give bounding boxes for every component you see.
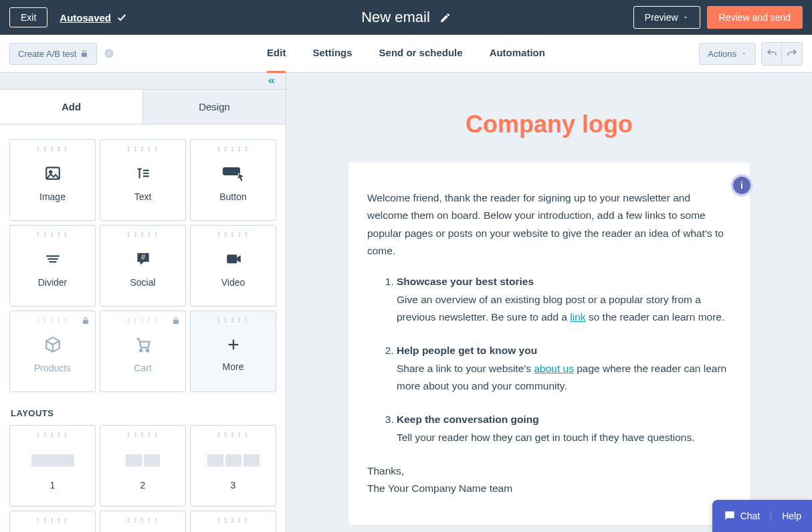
inline-link[interactable]: link <box>570 311 585 323</box>
closing-line-1[interactable]: Thanks, <box>367 462 731 480</box>
main-tabs: Edit Settings Send or schedule Automatio… <box>267 35 545 73</box>
list-item-title: Help people get to know you <box>397 342 731 359</box>
tab-send-schedule[interactable]: Send or schedule <box>379 35 463 73</box>
svg-rect-10 <box>227 255 237 264</box>
closing-line-2[interactable]: The Your Company Name team <box>367 480 731 497</box>
grip-icon <box>127 232 159 238</box>
video-icon <box>225 250 242 268</box>
undo-redo-group <box>761 42 803 66</box>
grip-icon <box>127 147 159 152</box>
actions-label: Actions <box>708 49 736 59</box>
module-card-divider[interactable]: Divider <box>9 225 96 306</box>
main-area: Add Design ImageTextButtonDivider#Social… <box>0 73 812 532</box>
divider-icon <box>44 250 62 268</box>
svg-text:i: i <box>108 50 110 57</box>
layout-label: 3 <box>231 480 236 491</box>
list-item-title: Showcase your best stories <box>397 273 731 290</box>
svg-rect-4 <box>223 167 240 175</box>
create-ab-test-button[interactable]: Create A/B test <box>9 43 97 65</box>
layout-card[interactable] <box>9 511 96 532</box>
info-bubble-icon[interactable]: i <box>731 175 752 196</box>
list-item-body: Give an overview of an existing blog pos… <box>397 291 731 327</box>
svg-point-12 <box>140 349 142 351</box>
secondary-nav: Create A/B test i Edit Settings Send or … <box>0 35 812 73</box>
layout-card-1[interactable]: 1 <box>9 425 96 507</box>
module-card-image[interactable]: Image <box>9 139 96 221</box>
chevron-down-icon <box>740 50 747 57</box>
list-item-title: Keep the conversation going <box>397 411 731 428</box>
sidebar-tab-design[interactable]: Design <box>143 90 286 124</box>
top-header: Exit Autosaved New email Preview Review … <box>0 0 812 35</box>
review-send-button[interactable]: Review and send <box>707 6 803 29</box>
preview-label: Preview <box>645 12 678 23</box>
tab-edit[interactable]: Edit <box>267 35 286 73</box>
pencil-icon[interactable] <box>439 12 451 23</box>
inline-link[interactable]: about us <box>534 363 573 374</box>
module-label: Cart <box>134 363 151 373</box>
company-logo-placeholder[interactable]: Company logo <box>348 110 750 139</box>
module-card-social[interactable]: #Social <box>100 225 186 306</box>
email-body: Welcome friend, thank the reader for sig… <box>367 189 731 498</box>
redo-button[interactable] <box>782 43 802 65</box>
lock-icon <box>82 317 90 325</box>
chevron-down-icon <box>682 14 689 21</box>
tab-automation[interactable]: Automation <box>490 35 545 73</box>
svg-marker-5 <box>237 173 244 181</box>
text-icon <box>134 165 152 182</box>
email-list: Showcase your best storiesGive an overvi… <box>367 273 731 446</box>
actions-button[interactable]: Actions <box>699 43 756 65</box>
grip-icon <box>217 518 249 523</box>
list-item-body: Tell your reader how they can get in tou… <box>397 429 731 446</box>
layout-card-2[interactable]: 2 <box>100 425 186 507</box>
undo-button[interactable] <box>762 43 782 65</box>
module-label: Text <box>134 191 152 202</box>
grip-icon <box>217 147 249 152</box>
module-card-button[interactable]: Button <box>190 139 276 221</box>
image-icon <box>44 165 62 182</box>
subbar-right: Actions <box>699 42 803 66</box>
layouts-heading: LAYOUTS <box>11 408 276 418</box>
grip-icon <box>37 147 68 152</box>
module-card-text[interactable]: Text <box>100 139 186 221</box>
sidebar-tab-add[interactable]: Add <box>0 90 143 124</box>
module-card-products[interactable]: Products <box>9 311 96 392</box>
autosaved-status[interactable]: Autosaved <box>60 12 127 23</box>
lock-icon <box>80 50 88 58</box>
exit-button[interactable]: Exit <box>9 7 47 27</box>
svg-point-3 <box>49 171 52 173</box>
button-icon <box>221 165 245 182</box>
canvas-inner: Company logo i Welcome friend, thank the… <box>348 110 750 532</box>
intro-text[interactable]: Welcome friend, thank the reader for sig… <box>367 189 728 260</box>
grip-icon <box>37 432 68 438</box>
email-canvas[interactable]: Company logo i Welcome friend, thank the… <box>286 73 812 532</box>
module-label: Image <box>39 191 66 202</box>
check-icon <box>116 12 127 23</box>
help-button[interactable]: Help <box>771 511 812 521</box>
layout-card[interactable] <box>100 511 186 532</box>
layout-card-3[interactable]: 3 <box>190 425 276 507</box>
module-label: Social <box>130 277 155 288</box>
preview-button[interactable]: Preview <box>633 6 700 29</box>
svg-marker-11 <box>237 256 240 263</box>
tab-settings[interactable]: Settings <box>312 35 352 73</box>
module-card-video[interactable]: Video <box>190 225 276 306</box>
list-item[interactable]: Showcase your best storiesGive an overvi… <box>397 273 731 326</box>
layout-preview <box>207 454 260 466</box>
grip-icon <box>127 318 159 323</box>
module-label: Divider <box>38 277 68 288</box>
layout-card[interactable] <box>190 511 276 532</box>
email-body-card[interactable]: i Welcome friend, thank the reader for s… <box>348 163 750 525</box>
info-icon[interactable]: i <box>104 48 114 59</box>
list-item-body: Share a link to your website's about us … <box>397 360 731 395</box>
sidebar-tabs: Add Design <box>0 90 286 124</box>
social-icon: # <box>134 250 152 268</box>
svg-point-13 <box>146 349 148 351</box>
module-card-cart[interactable]: Cart <box>100 311 186 392</box>
collapse-icon[interactable] <box>266 76 278 86</box>
list-item[interactable]: Keep the conversation goingTell your rea… <box>397 411 731 446</box>
grip-icon <box>217 318 249 323</box>
module-card-more[interactable]: More <box>190 311 276 392</box>
list-item[interactable]: Help people get to know youShare a link … <box>397 342 731 395</box>
email-title: New email <box>361 9 430 26</box>
chat-button[interactable]: Chat <box>712 509 771 523</box>
